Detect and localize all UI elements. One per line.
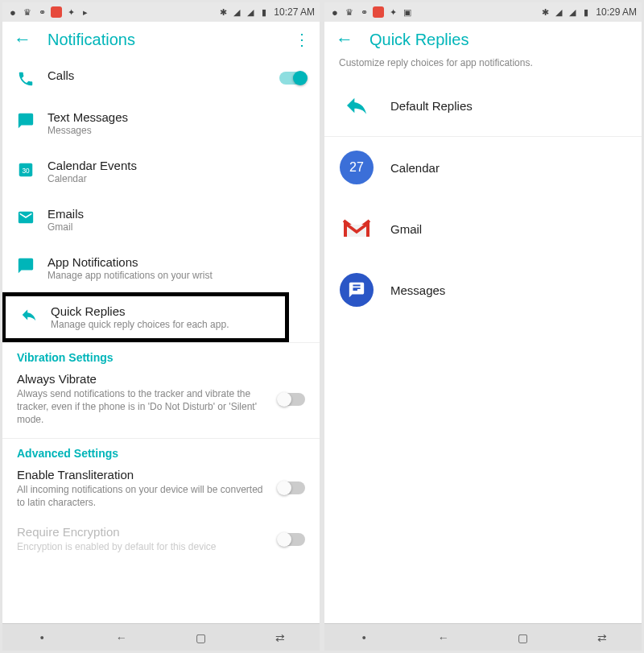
app-icon [373, 6, 384, 18]
mail-icon [17, 209, 35, 226]
quick-replies-sub: Manage quick reply choices for each app. [51, 319, 272, 330]
reply-icon [339, 88, 374, 123]
text-messages-sub: Messages [47, 125, 307, 136]
chat-filled-icon [17, 257, 35, 275]
advanced-settings-header: Advanced Settings [2, 438, 320, 463]
nav-home-button[interactable]: ▢ [184, 631, 217, 644]
nav-recents-button[interactable]: ⇄ [586, 631, 618, 644]
emails-sub: Gmail [47, 221, 307, 233]
reply-icon [20, 306, 38, 324]
nav-bar: • ← ▢ ⇄ [324, 623, 642, 651]
status-bar: ● ♛ ⚭ ✦ ▣ ✱ ◢ ◢ ▮ 10:29 AM [324, 2, 642, 22]
status-time: 10:27 AM [274, 6, 315, 18]
bluetooth-icon: ✱ [539, 6, 551, 18]
quick-replies-highlight: Quick Replies Manage quick reply choices… [2, 292, 289, 342]
back-button[interactable]: ← [336, 29, 353, 50]
default-replies-label: Default Replies [390, 99, 473, 113]
transliteration-row[interactable]: Enable Transliteration All incoming noti… [2, 463, 320, 520]
svg-text:30: 30 [22, 167, 30, 175]
calendar-app-label: Calendar [390, 161, 440, 175]
messages-app-label: Messages [390, 283, 445, 297]
crown-icon: ♛ [22, 6, 33, 18]
nav-back-button[interactable]: ← [427, 631, 460, 644]
calls-toggle[interactable] [279, 72, 307, 85]
voicemail-icon: ⚭ [358, 6, 369, 18]
play-icon: ▸ [80, 6, 91, 18]
encryption-sub: Encryption is enabled by default for thi… [17, 540, 268, 553]
wifi-icon: ◢ [231, 6, 242, 18]
emails-row[interactable]: Emails Gmail [2, 196, 320, 244]
nav-extra-button[interactable]: • [348, 631, 380, 644]
status-time: 10:29 AM [596, 6, 637, 18]
app-icon [51, 6, 62, 18]
text-messages-label: Text Messages [47, 110, 307, 124]
transliteration-toggle[interactable] [278, 481, 305, 494]
calls-label: Calls [47, 68, 266, 82]
battery-icon: ▮ [580, 6, 592, 18]
nav-bar: • ← ▢ ⇄ [2, 623, 320, 651]
vibration-settings-header: Vibration Settings [2, 342, 320, 367]
encryption-row: Require Encryption Encryption is enabled… [2, 520, 320, 564]
always-vibrate-label: Always Vibrate [17, 372, 268, 386]
quick-replies-label: Quick Replies [51, 304, 272, 318]
nav-extra-button[interactable]: • [26, 631, 58, 644]
page-subtitle: Customize reply choices for app notifica… [324, 57, 642, 75]
messenger-icon: ● [7, 6, 19, 18]
signal-icon: ◢ [567, 6, 578, 18]
battery-icon: ▮ [258, 6, 270, 18]
crown-icon: ♛ [344, 6, 355, 18]
quick-replies-row[interactable]: Quick Replies Manage quick reply choices… [6, 296, 285, 338]
gmail-app-row[interactable]: Gmail [324, 198, 642, 259]
status-right-icons: ✱ ◢ ◢ ▮ 10:29 AM [539, 6, 637, 18]
calendar-icon: 30 [17, 160, 35, 178]
app-notifications-sub: Manage app notifications on your wrist [47, 270, 307, 281]
page-title: Notifications [47, 31, 135, 49]
app-header: ← Notifications ⋮ [2, 22, 320, 57]
status-left-icons: ● ♛ ⚭ ✦ ▣ [329, 6, 413, 18]
always-vibrate-row[interactable]: Always Vibrate Always send notifications… [2, 367, 320, 438]
text-messages-row[interactable]: Text Messages Messages [2, 99, 320, 147]
always-vibrate-toggle[interactable] [278, 393, 305, 406]
app-notifications-row[interactable]: App Notifications Manage app notificatio… [2, 244, 320, 292]
default-replies-row[interactable]: Default Replies [324, 75, 642, 136]
nav-home-button[interactable]: ▢ [506, 631, 539, 644]
calendar-app-icon: 27 [339, 150, 374, 185]
encryption-toggle [278, 533, 305, 546]
gmail-app-label: Gmail [390, 222, 422, 236]
pinwheel-icon: ✦ [387, 6, 398, 18]
wifi-icon: ◢ [553, 6, 564, 18]
quick-replies-list: Default Replies 27 Calendar Gmail Messag… [324, 75, 642, 623]
phone-icon [17, 70, 35, 88]
transliteration-label: Enable Transliteration [17, 468, 268, 481]
back-button[interactable]: ← [14, 29, 31, 50]
nav-back-button[interactable]: ← [105, 631, 138, 644]
bluetooth-icon: ✱ [217, 6, 229, 18]
page-title: Quick Replies [369, 31, 469, 49]
nav-recents-button[interactable]: ⇄ [264, 631, 296, 644]
app-notifications-label: App Notifications [47, 255, 307, 269]
status-left-icons: ● ♛ ⚭ ✦ ▸ [7, 6, 91, 18]
calendar-app-row[interactable]: 27 Calendar [324, 137, 642, 198]
calls-row[interactable]: Calls [2, 57, 320, 99]
always-vibrate-sub: Always send notifications to the tracker… [17, 387, 268, 427]
phone-notifications: ● ♛ ⚭ ✦ ▸ ✱ ◢ ◢ ▮ 10:27 AM ← Notificatio… [2, 2, 320, 651]
overflow-menu-button[interactable]: ⋮ [294, 30, 308, 49]
notifications-list: Calls Text Messages Messages 30 Calendar… [2, 57, 320, 623]
calendar-events-sub: Calendar [47, 173, 307, 184]
app-header: ← Quick Replies [324, 22, 642, 57]
calendar-events-label: Calendar Events [47, 159, 307, 172]
calendar-events-row[interactable]: 30 Calendar Events Calendar [2, 147, 320, 196]
messages-app-row[interactable]: Messages [324, 259, 642, 320]
gmail-icon [339, 211, 374, 246]
image-icon: ▣ [402, 6, 413, 18]
pinwheel-icon: ✦ [65, 6, 76, 18]
transliteration-sub: All incoming notifications on your devic… [17, 483, 268, 509]
messenger-icon: ● [329, 6, 341, 18]
messages-icon [339, 272, 374, 308]
voicemail-icon: ⚭ [36, 6, 47, 18]
signal-icon: ◢ [245, 6, 256, 18]
phone-quick-replies: ● ♛ ⚭ ✦ ▣ ✱ ◢ ◢ ▮ 10:29 AM ← Quick Repli… [324, 2, 642, 651]
chat-icon [17, 112, 35, 130]
emails-label: Emails [47, 207, 307, 221]
encryption-label: Require Encryption [17, 525, 268, 539]
